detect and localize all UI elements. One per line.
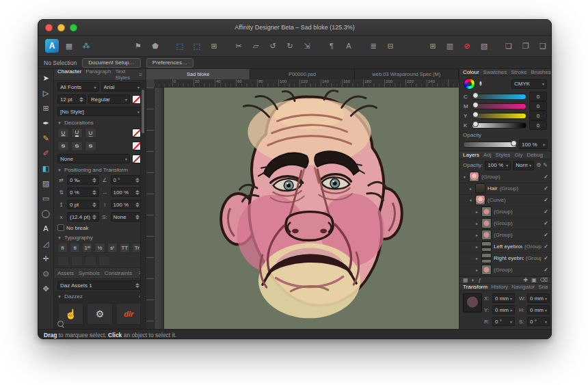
- mask-layer-icon[interactable]: ◐: [472, 277, 475, 283]
- pixel-persona-icon[interactable]: ▦: [62, 40, 76, 52]
- no-break-checkbox[interactable]: [57, 224, 64, 231]
- tab-assets[interactable]: Assets: [57, 270, 74, 276]
- rectangle-tool[interactable]: ▭: [40, 191, 52, 205]
- stepper-arrows[interactable]: [135, 202, 139, 207]
- add-layer-icon[interactable]: ✚: [523, 277, 528, 283]
- layer-row[interactable]: ▸(Group)✓: [459, 218, 551, 230]
- black-label-asset[interactable]: [116, 328, 142, 329]
- layer-visibility-checkbox[interactable]: ✓: [544, 232, 548, 238]
- step-down-icon[interactable]: [92, 205, 96, 207]
- typography-feature-button[interactable]: 1ˢᵗ: [82, 243, 92, 253]
- transform-icon[interactable]: ⇲: [300, 40, 314, 52]
- titlebar[interactable]: Affinity Designer Beta – Sad bloke (125.…: [38, 20, 551, 36]
- layer-expand-icon[interactable]: ▾: [468, 198, 473, 202]
- tab-adj[interactable]: Adj: [483, 152, 492, 158]
- close-window-icon[interactable]: [45, 24, 53, 31]
- layer-thumbnail[interactable]: [475, 195, 485, 205]
- peace-hand-asset[interactable]: ✌: [87, 328, 112, 329]
- transform-field-input[interactable]: 0 °▾: [492, 317, 515, 326]
- layer-expand-icon[interactable]: ▸: [475, 256, 479, 261]
- move-forward-icon[interactable]: ❐: [519, 40, 533, 52]
- undo-icon[interactable]: ↺: [266, 40, 280, 52]
- positioning-right-field[interactable]: 100 %: [111, 187, 143, 197]
- tab-transform[interactable]: Transform: [463, 284, 487, 290]
- tab-layers[interactable]: Layers: [463, 152, 479, 158]
- tab-text-styles[interactable]: Text Styles: [115, 69, 135, 81]
- colour-mode-select[interactable]: CMYK▾: [511, 79, 547, 89]
- font-weight-select[interactable]: Regular▾: [88, 94, 130, 104]
- asset-collection-select[interactable]: Daz Assets 1: [57, 280, 142, 290]
- distribute-icon[interactable]: ⊟: [384, 40, 397, 52]
- step-up-icon[interactable]: [92, 178, 96, 180]
- place-image-icon[interactable]: ⚑: [131, 40, 145, 52]
- slider-knob[interactable]: [472, 121, 479, 127]
- new-group-icon[interactable]: ▣: [531, 277, 537, 283]
- preferences-button[interactable]: Preferences…: [146, 58, 193, 68]
- guides-icon[interactable]: ▥: [443, 40, 457, 52]
- layer-thumbnail[interactable]: [481, 207, 492, 217]
- stepper-arrows[interactable]: [135, 178, 139, 183]
- document-page[interactable]: [164, 88, 459, 329]
- decoration-none-select[interactable]: None▾: [57, 154, 130, 163]
- typography-option-icon[interactable]: [57, 256, 69, 266]
- layer-edit-icon[interactable]: ✎: [543, 162, 548, 168]
- step-up-icon[interactable]: [135, 202, 139, 204]
- document-tab[interactable]: web:03 Wraparound Spec (M): [355, 69, 459, 79]
- panel-menu-icon[interactable]: ≡: [139, 72, 142, 78]
- layer-expand-icon[interactable]: ▾: [462, 174, 467, 179]
- underline-style-button[interactable]: U: [85, 128, 96, 138]
- tab-swatches[interactable]: Swatches: [483, 69, 507, 75]
- layer-row[interactable]: ▾(Group)✓: [459, 172, 551, 183]
- step-down-icon[interactable]: [135, 181, 139, 183]
- layer-visibility-checkbox[interactable]: ✓: [544, 197, 548, 203]
- layer-row[interactable]: ▸(Group)✓: [459, 207, 551, 218]
- document-setup-button[interactable]: Document Setup…: [82, 58, 141, 68]
- layer-visibility-checkbox[interactable]: ✓: [544, 255, 548, 261]
- y-channel-slider[interactable]: [472, 113, 526, 119]
- alignment-icon[interactable]: ≣: [366, 40, 380, 52]
- positioning-right-field[interactable]: 0 °: [111, 175, 143, 185]
- cut-icon[interactable]: ✂: [232, 40, 245, 52]
- transform-field-input[interactable]: 0 mm▾: [492, 293, 515, 303]
- grid-icon[interactable]: ⊞: [426, 40, 440, 52]
- asset-section-header[interactable]: ▼Dazzez ≡: [54, 291, 146, 300]
- affinity-designer-logo[interactable]: A: [45, 39, 59, 53]
- stepper-arrows[interactable]: [135, 215, 139, 220]
- layer-expand-icon[interactable]: ▸: [475, 244, 479, 249]
- stepper-arrows[interactable]: [92, 215, 96, 220]
- layer-thumbnail[interactable]: [475, 183, 485, 194]
- slider-knob[interactable]: [472, 102, 479, 108]
- tab-history[interactable]: History: [491, 284, 508, 290]
- layer-row[interactable]: ▾(Curve)✓: [459, 195, 551, 207]
- duplicate-icon[interactable]: ▱: [249, 40, 263, 52]
- pen-tool[interactable]: ✒: [40, 116, 52, 130]
- decorations-section-header[interactable]: ▼Decorations: [54, 118, 146, 127]
- stepper-arrows[interactable]: [92, 190, 96, 195]
- typography-option-icon[interactable]: [71, 256, 83, 266]
- pixel-preview-icon[interactable]: ▧: [477, 40, 491, 52]
- export-persona-icon[interactable]: ⁂: [79, 40, 93, 52]
- layer-row[interactable]: ▸Right eyebrow(Group)✓: [459, 253, 551, 265]
- tab-paragraph[interactable]: Paragraph: [85, 69, 111, 81]
- layer-row[interactable]: ▸(Group)✓: [459, 230, 551, 241]
- text-tool[interactable]: A: [40, 222, 52, 235]
- layer-row[interactable]: ▸(Group)✓: [459, 265, 551, 276]
- channel-value-field[interactable]: 0: [529, 92, 547, 101]
- step-up-icon[interactable]: [135, 190, 139, 192]
- layer-visibility-checkbox[interactable]: ✓: [544, 220, 548, 226]
- search-icon[interactable]: [57, 321, 64, 327]
- move-tool[interactable]: ➤: [40, 71, 52, 85]
- fill-tool[interactable]: ◧: [40, 161, 52, 175]
- grid-options-icon[interactable]: ⊞: [207, 40, 221, 52]
- blend-ranges-icon[interactable]: ▦: [463, 277, 468, 283]
- m-channel-slider[interactable]: [472, 103, 526, 109]
- layer-visibility-checkbox[interactable]: ✓: [544, 174, 548, 180]
- layer-settings-gear-icon[interactable]: ⚙: [536, 162, 541, 168]
- tab-symbols[interactable]: Symbols: [79, 270, 100, 276]
- transform-field-input[interactable]: 0 °▾: [527, 317, 550, 326]
- layer-row[interactable]: ▸Hair(Group)✓: [459, 183, 551, 195]
- stepper-arrows[interactable]: [92, 178, 96, 183]
- opacity-value-select[interactable]: 100 %▾: [519, 140, 548, 149]
- channel-value-field[interactable]: 0: [529, 101, 547, 111]
- k-channel-slider[interactable]: [472, 122, 526, 129]
